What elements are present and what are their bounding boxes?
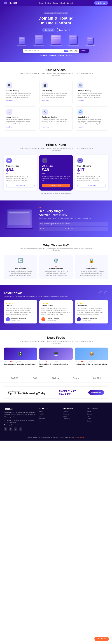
tld-org[interactable]: .org — [74, 50, 78, 52]
footer-link-0-2[interactable]: VPS — [39, 416, 60, 417]
service-card-3[interactable]: ☁️ Cloud Hosting Lorem ipsum dolor sit a… — [4, 106, 37, 131]
service-card-0[interactable]: 🖥️ Shared Hosting Lorem ipsum dolor sit … — [4, 80, 37, 104]
nav-links: Home Hosting Pages About Contact — [38, 2, 73, 4]
service-learn-more-2[interactable]: Read More → — [77, 100, 86, 102]
footer: PlaHost Lorem ipsum dolor sit amet, cons… — [0, 402, 112, 440]
logo-icon — [4, 1, 7, 5]
footer-copyright: PlaHost. All rights reserved. Also, the … — [28, 437, 74, 438]
service-card-5[interactable]: 🌐 Domain Name Lorem ipsum dolor sit amet… — [75, 106, 108, 131]
footer-contacts: 📍 Location: 1234 Street Adresse City, AA… — [4, 420, 36, 426]
faq-item-0[interactable]: Why Can't I engage contact to the web se… — [39, 222, 108, 226]
cta-get-host-button[interactable]: Get Host Now — [88, 390, 104, 394]
hero-illus-center — [49, 35, 63, 46]
hero-get-started-button[interactable]: Get Started — [42, 28, 55, 32]
news-image-2: 📦 — [75, 348, 108, 360]
nav-link-hosting[interactable]: Hosting — [45, 2, 51, 4]
why-name-1: DDoS Protection — [42, 268, 70, 270]
partner-logo-4: OMEGA — [93, 377, 101, 379]
nav-link-pages[interactable]: Pages — [53, 2, 58, 4]
footer-link-2-3[interactable]: Press — [87, 418, 108, 420]
social-twitter-icon[interactable]: t — [9, 427, 13, 431]
nav-link-about[interactable]: About — [60, 2, 65, 4]
service-card-4[interactable]: 🔧 Dedicated Hosting Lorem ipsum dolor si… — [39, 106, 73, 131]
social-linkedin-icon[interactable]: li — [19, 427, 22, 431]
footer-link-1-3[interactable]: Community — [63, 418, 84, 420]
testi-role-2: Founder, Google — [82, 320, 97, 321]
faq-chevron-icon-0: ▾ — [106, 223, 106, 225]
footer-link-1-1[interactable]: Resources — [63, 413, 84, 415]
service-desc-0: Lorem ipsum dolor sit amet, consectetur … — [6, 92, 35, 98]
footer-link-2-1[interactable]: Careers — [87, 413, 108, 415]
tld-net[interactable]: .net — [69, 50, 73, 52]
nav-order-button[interactable]: # Order Now — [94, 1, 108, 5]
news-card-2[interactable]: 📦 ▶ Patrick 📅 February 10, 2020 Hosting … — [75, 348, 108, 368]
service-learn-more-1[interactable]: Read More → — [42, 100, 51, 102]
footer-link-2-4[interactable]: Contact — [87, 420, 108, 422]
service-card-2[interactable]: ⚙️ Reseller Hosting Lorem ipsum dolor si… — [75, 80, 108, 104]
testimonials-grid: ★★★★★ "Hosting" Lorem ipsum dolor sit am… — [4, 300, 108, 324]
plans-details-link[interactable]: details — [47, 193, 51, 194]
footer-link-2-2[interactable]: Blog — [87, 416, 108, 417]
plans-title: Price & Plans — [4, 143, 108, 146]
social-facebook-icon[interactable]: f — [4, 427, 8, 431]
footer-link-0-4[interactable]: Cloud — [39, 420, 60, 422]
testi-text-0: Lorem ipsum dolor sit amet, consectetur … — [6, 307, 35, 316]
service-learn-more-5[interactable]: Read More → — [77, 126, 86, 128]
services-subtitle: Lorem ipsum dolor sit amet, consectetur … — [19, 73, 93, 76]
hero-badge: Independent Web Hosting PlaHost — [44, 12, 68, 14]
news-author-2: ▶ Patrick — [75, 361, 80, 362]
service-learn-more-3[interactable]: Read More → — [6, 126, 15, 128]
footer-link-0-3[interactable]: Dedicated — [39, 418, 60, 420]
testimonials-navigation: ‹ › — [99, 291, 108, 295]
testimonials-prev-button[interactable]: ‹ — [99, 291, 103, 295]
faq-content: FAQ Get Every SingleAnswer From Here. We… — [39, 207, 108, 231]
service-name-5: Domain Name — [77, 116, 106, 118]
nav-link-home[interactable]: Home — [38, 2, 43, 4]
nav-link-contact[interactable]: Contact — [67, 2, 73, 4]
social-instagram-icon[interactable]: in — [14, 427, 18, 431]
navbar: PlaHost Home Hosting Pages About Contact… — [0, 0, 112, 6]
footer-link-0-0[interactable]: Hosting — [39, 411, 60, 412]
news-section: News Feeds Lorem ipsum dolor sit amet, c… — [0, 330, 112, 374]
services-section: Our Services Lorem ipsum dolor sit amet,… — [0, 62, 112, 137]
service-learn-more-0[interactable]: Read More → — [6, 100, 15, 102]
services-title: Our Services — [4, 68, 108, 72]
footer-link-1-0[interactable]: Tutorials — [63, 411, 84, 412]
service-desc-4: Lorem ipsum dolor sit amet, consectetur … — [42, 119, 70, 125]
why-icon-1: 🛡️ — [52, 258, 60, 264]
service-icon-3: ☁️ — [6, 109, 12, 114]
plan-purchase-button-2[interactable]: Purchase Now — [77, 184, 106, 188]
testi-role-1: Founder, Google — [47, 320, 59, 321]
services-grid: 🖥️ Shared Hosting Lorem ipsum dolor sit … — [4, 80, 108, 130]
tld-com[interactable]: .com — [64, 50, 68, 52]
plan-card-1: 🗄️ VPS Hosting $46 /mo Partitioning offe… — [39, 155, 73, 190]
domain-search-button[interactable]: Search — [79, 48, 89, 53]
news-card-0[interactable]: 🗄️ ▶ Patrick 📅 February 10, 2020 Simply … — [4, 348, 37, 368]
why-icon-0: 🔄 — [17, 258, 24, 264]
plan-purchase-button-1[interactable]: Purchase Now — [42, 184, 70, 188]
news-title-1: We identified 15 of our favorite medical… — [39, 363, 73, 368]
plan-period-2: /mo — [77, 172, 106, 174]
why-desc-0: Partitioning Reseller Hosting Price that… — [6, 270, 35, 276]
service-learn-more-4[interactable]: Read More → — [42, 126, 51, 128]
testi-name-2: Franklin S. Williamson — [82, 318, 97, 320]
hero-buttons: Get Started Learn More — [4, 28, 108, 32]
plan-purchase-button-0[interactable]: Purchase Now — [6, 184, 35, 188]
news-card-1[interactable]: 🖥️ ▶ Patrick 📅 February 10, 2020 We iden… — [39, 348, 73, 368]
nav-logo: PlaHost — [4, 1, 17, 5]
domain-search-input[interactable] — [23, 48, 63, 53]
laptop-screen — [8, 211, 31, 225]
footer-link-0-1[interactable]: Domains — [39, 413, 60, 415]
footer-link-1-2[interactable]: Guides — [63, 416, 84, 417]
faq-item-1[interactable]: What decides every domain choose? I shou… — [39, 227, 108, 231]
testimonials-next-button[interactable]: › — [104, 291, 108, 295]
hero-learn-more-button[interactable]: Learn More — [57, 28, 70, 32]
service-icon-5: 🌐 — [77, 109, 83, 114]
testimonials-subtitle: Lorem ipsum dolor sit amet, consectetur … — [4, 296, 68, 297]
news-date-0: 📅 February 10, 2020 — [10, 361, 22, 362]
plan-period-0: /mo — [6, 172, 35, 174]
footer-link-2-0[interactable]: About — [87, 411, 108, 412]
footer-designer-link[interactable]: Template.Monster — [74, 437, 84, 438]
service-card-1[interactable]: 🗄️ VPS Hosting Lorem ipsum dolor sit ame… — [39, 80, 73, 104]
testi-label-2: "Development" — [77, 305, 106, 306]
